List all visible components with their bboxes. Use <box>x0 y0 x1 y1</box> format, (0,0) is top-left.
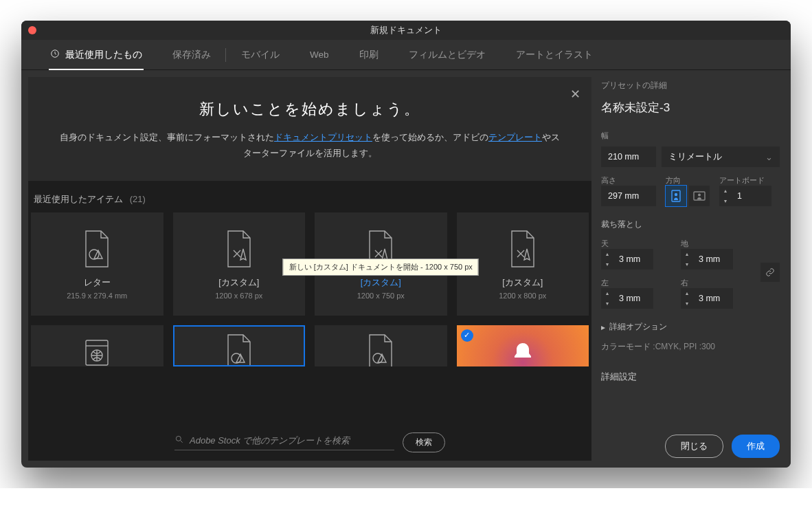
bleed-left-stepper[interactable]: ▴▾ <box>601 288 674 309</box>
tab-recent[interactable]: 最近使用したもの <box>35 40 157 70</box>
svg-point-8 <box>675 193 677 196</box>
search-icon <box>174 435 184 446</box>
window-title: 新規ドキュメント <box>21 25 791 36</box>
template-area: ✕ 新しいことを始めましょう。 自身のドキュメント設定、事前にフォーマットされた… <box>28 77 591 461</box>
titlebar: 新規ドキュメント <box>21 21 791 40</box>
artboards-input[interactable] <box>732 186 771 206</box>
orientation-label: 方向 <box>666 175 710 186</box>
tab-label: 印刷 <box>359 49 379 61</box>
tab-film[interactable]: フィルムとビデオ <box>394 40 501 70</box>
bleed-label: 裁ち落とし <box>601 219 780 230</box>
orientation-portrait-button[interactable] <box>666 186 686 206</box>
stock-search-bar: Adobe Stock で他のテンプレートを検索 検索 <box>28 424 591 461</box>
bleed-bottom-label: 地 <box>681 239 754 249</box>
hero-title: 新しいことを始めましょう。 <box>56 99 564 120</box>
tab-saved[interactable]: 保存済み <box>157 40 226 70</box>
preset-detail-panel: プリセットの詳細 名称未設定-3 幅 210 mm ミリメートル ⌄ 高さ 29… <box>591 70 791 468</box>
chevron-down-icon: ⌄ <box>765 152 773 162</box>
bleed-top-stepper[interactable]: ▴▾ <box>601 249 674 270</box>
preset-card-web[interactable] <box>31 325 163 366</box>
hero-banner: ✕ 新しいことを始めましょう。 自身のドキュメント設定、事前にフォーマットされた… <box>28 77 591 181</box>
bleed-bottom-input[interactable] <box>693 249 733 270</box>
width-label: 幅 <box>601 131 780 141</box>
advanced-options-toggle[interactable]: ▸ 詳細オプション <box>601 321 780 333</box>
close-window-button[interactable] <box>28 26 36 34</box>
preset-link[interactable]: ドキュメントプリセット <box>274 132 372 142</box>
bleed-left-input[interactable] <box>613 288 653 309</box>
recent-items-heading: 最近使用したアイテム (21) <box>28 181 591 212</box>
bleed-top-input[interactable] <box>613 249 653 270</box>
tab-label: フィルムとビデオ <box>409 49 486 61</box>
advanced-settings-button[interactable]: 詳細設定 <box>601 371 780 383</box>
bleed-right-label: 右 <box>681 278 754 288</box>
create-button[interactable]: 作成 <box>732 435 780 458</box>
preset-card-selected[interactable] <box>173 325 306 366</box>
preset-dim: 215.9 x 279.4 mm <box>67 292 127 300</box>
width-input[interactable]: 210 mm <box>601 146 656 167</box>
svg-point-10 <box>698 194 701 197</box>
bleed-right-input[interactable] <box>693 288 733 309</box>
tab-web[interactable]: Web <box>295 40 344 70</box>
tab-print[interactable]: 印刷 <box>344 40 394 70</box>
tab-label: 保存済み <box>172 49 211 61</box>
preset-card-custom-2[interactable]: [カスタム] 1200 x 750 px 新しい [カスタム] ドキュメントを開… <box>315 212 447 316</box>
bleed-bottom-stepper[interactable]: ▴▾ <box>681 249 754 270</box>
preset-name: [カスタム] <box>361 277 401 289</box>
step-down-icon[interactable]: ▾ <box>719 196 732 206</box>
preset-name: [カスタム] <box>502 277 543 289</box>
artboards-label: アートボード <box>719 175 780 186</box>
preset-name: [カスタム] <box>218 277 259 289</box>
tab-label: アートとイラスト <box>516 49 593 61</box>
tab-label: モバイル <box>241 49 280 61</box>
tab-mobile[interactable]: モバイル <box>226 40 295 70</box>
page-icon <box>80 228 113 270</box>
preset-card-letter[interactable]: レター 215.9 x 279.4 mm <box>31 212 163 316</box>
category-tabs: 最近使用したもの 保存済み モバイル Web 印刷 フィルムとビデオ アートとイ… <box>21 40 791 70</box>
search-placeholder: Adobe Stock で他のテンプレートを検索 <box>190 435 350 447</box>
link-icon[interactable] <box>760 263 780 282</box>
bleed-top-label: 天 <box>601 239 674 249</box>
height-input[interactable]: 297 mm <box>601 186 656 206</box>
page-icon <box>506 228 539 270</box>
color-mode-info: カラーモード :CMYK, PPI :300 <box>601 341 780 353</box>
tab-label: 最近使用したもの <box>65 49 142 61</box>
close-icon[interactable]: ✕ <box>570 87 580 102</box>
bleed-left-label: 左 <box>601 278 674 288</box>
search-button[interactable]: 検索 <box>403 432 445 452</box>
template-link[interactable]: テンプレート <box>488 132 542 142</box>
height-label: 高さ <box>601 175 656 186</box>
bell-icon <box>506 339 539 366</box>
bleed-right-stepper[interactable]: ▴▾ <box>681 288 754 309</box>
preset-name: レター <box>84 277 111 289</box>
chevron-right-icon: ▸ <box>601 322 605 332</box>
globe-icon <box>80 333 113 366</box>
tooltip: 新しい [カスタム] ドキュメントを開始 - 1200 x 750 px <box>283 259 479 276</box>
unit-value: ミリメートル <box>668 151 722 163</box>
artboards-stepper[interactable]: ▴▾ <box>719 186 780 206</box>
preset-card-5[interactable] <box>315 325 447 366</box>
step-up-icon[interactable]: ▴ <box>719 186 732 196</box>
check-icon: ✓ <box>461 329 473 342</box>
page-icon <box>364 333 397 366</box>
hero-text: 自身のドキュメント設定、事前にフォーマットされたドキュメントプリセットを使って始… <box>56 129 564 162</box>
tab-label: Web <box>310 50 329 60</box>
preset-dim: 1200 x 800 px <box>499 292 546 300</box>
preset-dim: 1200 x 678 px <box>215 292 262 300</box>
tab-art[interactable]: アートとイラスト <box>501 40 608 70</box>
portrait-icon <box>671 190 681 202</box>
landscape-icon <box>693 191 706 201</box>
new-document-dialog: 新規ドキュメント 最近使用したもの 保存済み モバイル Web 印刷 フィルムと… <box>21 21 791 468</box>
orientation-landscape-button[interactable] <box>689 186 710 206</box>
close-button[interactable]: 閉じる <box>665 435 723 458</box>
unit-select[interactable]: ミリメートル ⌄ <box>662 146 780 167</box>
page-icon <box>223 333 256 366</box>
preset-dim: 1200 x 750 px <box>357 292 405 300</box>
preset-detail-label: プリセットの詳細 <box>601 80 780 91</box>
preset-card-stock[interactable]: ✓ <box>457 325 589 366</box>
search-input[interactable]: Adobe Stock で他のテンプレートを検索 <box>174 435 394 450</box>
svg-point-6 <box>176 436 181 441</box>
clock-icon <box>50 49 60 61</box>
preset-name-field[interactable]: 名称未設定-3 <box>601 100 780 116</box>
page-icon <box>223 228 256 270</box>
